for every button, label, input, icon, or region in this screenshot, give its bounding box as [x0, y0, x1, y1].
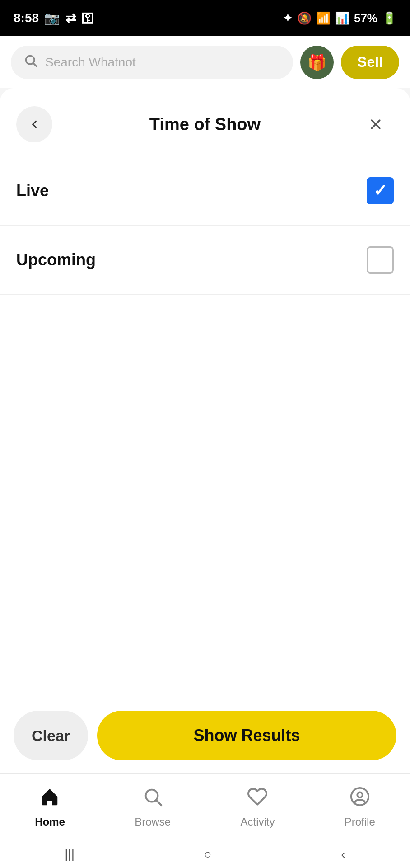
status-bar-right: ✦ 🔕 📶 📊 57% 🔋 [283, 11, 396, 25]
key-icon: ⚿ [81, 11, 94, 26]
svg-line-1 [33, 63, 37, 66]
bluetooth-icon: ✦ [283, 11, 293, 25]
sell-button[interactable]: Sell [341, 46, 399, 79]
modal-header: Time of Show [0, 88, 410, 156]
nav-item-home[interactable]: Home [35, 786, 65, 828]
home-icon [39, 786, 60, 812]
back-button[interactable] [16, 106, 52, 142]
checkbox-upcoming[interactable] [367, 246, 394, 274]
nav-item-profile[interactable]: Profile [345, 786, 375, 828]
gift-icon: 🎁 [308, 53, 326, 71]
bottom-nav: Home Browse Activity Profile [0, 773, 410, 841]
filter-label-live: Live [16, 181, 49, 200]
svg-line-5 [157, 801, 162, 806]
clear-button[interactable]: Clear [14, 711, 88, 760]
mute-icon: 🔕 [297, 11, 312, 25]
bottom-action-bar: Clear Show Results [0, 698, 410, 773]
close-button[interactable] [358, 106, 394, 142]
profile-icon [349, 786, 370, 812]
search-icon [23, 53, 38, 71]
back-system-button[interactable]: ‹ [341, 847, 345, 862]
checkmark-live: ✓ [373, 183, 387, 199]
filter-option-upcoming[interactable]: Upcoming [0, 226, 410, 295]
home-system-button[interactable]: ○ [204, 847, 212, 862]
status-time: 8:58 [14, 11, 39, 25]
status-bar-left: 8:58 📷 ⇄ ⚿ [14, 11, 94, 26]
browse-icon [142, 786, 163, 812]
battery-percent: 57% [354, 11, 377, 25]
recent-apps-button[interactable]: ||| [65, 847, 75, 862]
search-box[interactable]: Search Whatnot [11, 46, 293, 79]
transfer-icon: ⇄ [65, 11, 76, 26]
battery-icon: 🔋 [382, 11, 396, 25]
header-bar: Search Whatnot 🎁 Sell [0, 36, 410, 88]
nav-label-profile: Profile [345, 816, 375, 828]
modal-title: Time of Show [149, 115, 261, 134]
show-results-button[interactable]: Show Results [97, 711, 396, 760]
camera-icon: 📷 [44, 11, 60, 26]
nav-item-browse[interactable]: Browse [135, 786, 171, 828]
filter-option-live[interactable]: Live ✓ [0, 156, 410, 226]
status-bar: 8:58 📷 ⇄ ⚿ ✦ 🔕 📶 📊 57% 🔋 [0, 0, 410, 36]
nav-label-home: Home [35, 816, 65, 828]
nav-label-browse: Browse [135, 816, 171, 828]
search-placeholder: Search Whatnot [45, 55, 136, 70]
gift-button[interactable]: 🎁 [300, 46, 334, 79]
system-nav: ||| ○ ‹ [0, 841, 410, 868]
nav-label-activity: Activity [240, 816, 275, 828]
checkbox-live[interactable]: ✓ [367, 177, 394, 204]
svg-point-7 [357, 792, 363, 797]
activity-icon [247, 786, 268, 812]
wifi-icon: 📶 [316, 11, 331, 25]
signal-icon: 📊 [335, 11, 349, 25]
nav-item-activity[interactable]: Activity [240, 786, 275, 828]
filter-label-upcoming: Upcoming [16, 250, 96, 269]
